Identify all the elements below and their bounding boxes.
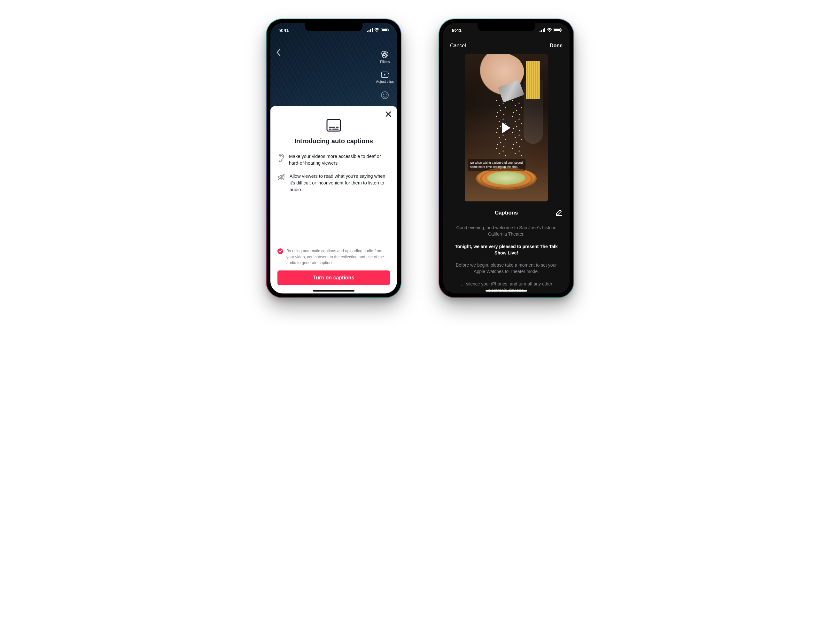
svg-rect-23	[544, 28, 545, 32]
consent-checkbox[interactable]	[277, 248, 283, 254]
home-indicator[interactable]	[486, 290, 527, 291]
battery-icon	[381, 28, 389, 32]
transcript-line[interactable]: Before we begin, please take a moment to…	[451, 262, 561, 275]
phone-right: 9:41 Cancel Done S	[439, 19, 573, 297]
pencil-icon	[555, 209, 563, 216]
sidebar-item-filters[interactable]: Filters	[380, 50, 390, 64]
close-button[interactable]	[386, 110, 391, 119]
status-time: 9:41	[279, 27, 289, 33]
status-icons	[539, 28, 562, 32]
sidebar-item-voice-effects[interactable]	[381, 91, 389, 99]
chevron-left-icon	[276, 49, 281, 56]
editor-header: Cancel Done	[443, 37, 570, 53]
phone-left: 9:41 Filters Adjust clips	[267, 19, 401, 297]
svg-rect-6	[388, 29, 389, 31]
svg-rect-25	[554, 29, 560, 31]
done-button[interactable]: Done	[550, 43, 563, 49]
plate-graphic	[476, 168, 537, 190]
captions-hero-icon	[277, 119, 390, 132]
svg-point-13	[386, 94, 387, 95]
consent-text: By using automatic captions and uploadin…	[286, 248, 390, 266]
notch	[478, 23, 535, 31]
svg-rect-3	[372, 28, 373, 32]
status-icons	[367, 28, 389, 32]
editor-sidebar: Filters Adjust clips	[376, 50, 394, 99]
cellular-icon	[539, 28, 545, 32]
transcript-line[interactable]: Good evening, and welcome to San Jose's …	[451, 224, 561, 237]
adjust-clips-icon	[380, 71, 389, 78]
transcript-line-active[interactable]: Tonight, we are very pleased to present …	[451, 243, 561, 256]
caption-box-icon	[326, 119, 341, 132]
video-caption-overlay: So when taking a picture of one, spend s…	[468, 159, 525, 171]
feature-accessible: Make your videos more accessible to deaf…	[277, 153, 390, 166]
captions-section-header: Captions	[443, 207, 570, 220]
svg-rect-1	[368, 30, 370, 32]
play-icon[interactable]	[502, 122, 510, 133]
voice-effects-icon	[381, 91, 389, 99]
svg-rect-21	[541, 30, 542, 32]
no-audio-icon	[277, 174, 285, 181]
consent-row[interactable]: By using automatic captions and uploadin…	[277, 248, 390, 266]
sidebar-label-filters: Filters	[380, 60, 390, 64]
captions-editor: 9:41 Cancel Done S	[443, 23, 570, 293]
sidebar-label-adjust: Adjust clips	[376, 80, 394, 83]
back-button[interactable]	[276, 49, 281, 58]
wifi-icon	[547, 28, 552, 32]
close-icon	[386, 111, 391, 117]
edit-captions-button[interactable]	[555, 209, 563, 218]
checkmark-icon	[279, 250, 282, 253]
video-preview[interactable]: So when taking a picture of one, spend s…	[465, 54, 548, 202]
feature-text-2: Allow viewers to read what you're saying…	[290, 173, 390, 193]
feature-text-1: Make your videos more accessible to deaf…	[289, 153, 390, 166]
svg-rect-22	[543, 29, 544, 32]
notch	[305, 23, 362, 31]
feature-list: Make your videos more accessible to deaf…	[277, 153, 390, 193]
battery-icon	[554, 28, 562, 32]
transcript-list[interactable]: Good evening, and welcome to San Jose's …	[443, 224, 570, 293]
svg-point-11	[381, 92, 388, 99]
screen-right: 9:41 Cancel Done S	[443, 23, 570, 293]
screen-left: 9:41 Filters Adjust clips	[270, 23, 397, 293]
ear-icon	[277, 154, 285, 162]
captions-heading: Captions	[495, 210, 518, 216]
sheet-title: Introducing auto captions	[277, 138, 390, 145]
svg-rect-26	[561, 29, 562, 31]
svg-rect-2	[370, 29, 371, 32]
turn-on-captions-button[interactable]: Turn on captions	[277, 270, 390, 285]
cancel-button[interactable]: Cancel	[450, 43, 466, 49]
pasta-jar-graphic	[523, 80, 543, 144]
wifi-icon	[374, 28, 379, 32]
svg-point-12	[383, 94, 384, 95]
cellular-icon	[367, 28, 373, 32]
svg-rect-0	[367, 31, 368, 32]
hand-graphic	[467, 54, 529, 104]
svg-rect-20	[539, 31, 541, 32]
status-time: 9:41	[452, 27, 462, 33]
home-indicator[interactable]	[313, 290, 354, 291]
video-preview-wrap: So when taking a picture of one, spend s…	[443, 53, 570, 207]
filters-icon	[381, 50, 389, 59]
sidebar-item-adjust-clips[interactable]: Adjust clips	[376, 71, 394, 83]
svg-rect-5	[382, 29, 387, 31]
feature-read-along: Allow viewers to read what you're saying…	[277, 173, 390, 193]
auto-captions-sheet: Introducing auto captions Make your vide…	[270, 106, 397, 293]
